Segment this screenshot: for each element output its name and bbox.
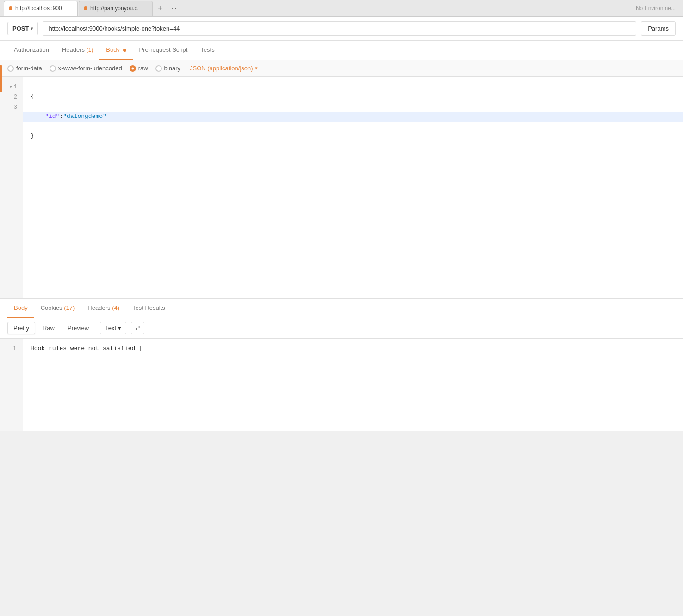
resp-line-numbers: 1 bbox=[0, 339, 23, 431]
radio-raw[interactable] bbox=[130, 65, 136, 72]
tab-pre-request[interactable]: Pre-request Script bbox=[133, 41, 194, 60]
response-toolbar: Pretty Raw Preview Text ▾ ⇄ bbox=[0, 318, 683, 339]
option-form-data[interactable]: form-data bbox=[7, 65, 42, 72]
params-button[interactable]: Params bbox=[641, 21, 676, 36]
option-binary[interactable]: binary bbox=[155, 65, 180, 72]
resp-tab-test-results[interactable]: Test Results bbox=[126, 299, 172, 318]
editor-content[interactable]: { "id":"dalongdemo" } bbox=[23, 77, 683, 298]
radio-urlencoded[interactable] bbox=[50, 65, 56, 72]
resp-tab-body[interactable]: Body bbox=[7, 299, 34, 318]
resp-tab-headers[interactable]: Headers (4) bbox=[81, 299, 126, 318]
request-tabs: Authorization Headers (1) Body Pre-reque… bbox=[0, 41, 683, 60]
resp-text-line-1: Hook rules were not satisfied. bbox=[31, 345, 143, 352]
tab-headers[interactable]: Headers (1) bbox=[56, 41, 99, 60]
tab-dot-1 bbox=[9, 6, 12, 10]
resp-tab-cookies[interactable]: Cookies (17) bbox=[34, 299, 81, 318]
resp-line-number-1: 1 bbox=[4, 344, 19, 354]
url-bar: POST ▾ Params bbox=[0, 17, 683, 41]
wrap-lines-icon: ⇄ bbox=[135, 325, 140, 332]
code-line-2: "id":"dalongdemo" bbox=[23, 112, 683, 122]
sidebar-indicator bbox=[0, 65, 2, 92]
tab-label-1: http://localhost:900 bbox=[15, 5, 62, 12]
json-format-label: JSON (application/json) bbox=[190, 65, 253, 72]
format-label: Text bbox=[105, 325, 116, 332]
more-tabs-button[interactable]: ··· bbox=[168, 2, 180, 15]
pretty-button[interactable]: Pretty bbox=[7, 322, 35, 334]
tab-dot-2 bbox=[84, 6, 87, 10]
editor-line-numbers: ▼ 1 2 3 bbox=[0, 77, 23, 298]
response-tabs: Body Cookies (17) Headers (4) Test Resul… bbox=[0, 299, 683, 318]
browser-tab-bar: http://localhost:900 http://pan.yonyou.c… bbox=[0, 0, 683, 17]
headers-badge: (1) bbox=[87, 47, 93, 53]
line-number-1: ▼ 1 bbox=[4, 82, 19, 92]
option-urlencoded[interactable]: x-www-form-urlencoded bbox=[50, 65, 122, 72]
line-number-3: 3 bbox=[4, 103, 19, 113]
preview-button[interactable]: Preview bbox=[62, 322, 94, 334]
radio-form-data[interactable] bbox=[7, 65, 14, 72]
code-line-1: { bbox=[31, 92, 676, 102]
raw-button[interactable]: Raw bbox=[37, 322, 60, 334]
format-select[interactable]: Text ▾ bbox=[100, 322, 126, 334]
json-format-chevron-icon: ▾ bbox=[255, 65, 258, 71]
tab-authorization[interactable]: Authorization bbox=[7, 41, 56, 60]
method-label: POST bbox=[12, 25, 29, 32]
method-chevron-icon: ▾ bbox=[31, 26, 33, 31]
main-container: POST ▾ Params Authorization Headers (1) … bbox=[0, 17, 683, 431]
tab-label-2: http://pan.yonyou.c. bbox=[90, 5, 139, 12]
collapse-arrow-icon[interactable]: ▼ bbox=[9, 84, 12, 91]
resp-headers-badge: (4) bbox=[112, 304, 119, 311]
new-tab-button[interactable]: + bbox=[154, 2, 167, 15]
wrap-lines-button[interactable]: ⇄ bbox=[131, 322, 144, 334]
resp-content: Hook rules were not satisfied. bbox=[23, 339, 683, 431]
response-body: 1 Hook rules were not satisfied. bbox=[0, 339, 683, 431]
tab-pan-yonyou[interactable]: http://pan.yonyou.c. bbox=[79, 1, 153, 16]
tab-tests[interactable]: Tests bbox=[194, 41, 221, 60]
line-number-2: 2 bbox=[4, 92, 19, 103]
json-format-select[interactable]: JSON (application/json) ▾ bbox=[190, 65, 258, 72]
code-line-3: } bbox=[31, 131, 676, 142]
no-environment-label: No Environme... bbox=[636, 5, 679, 12]
tab-localhost[interactable]: http://localhost:900 bbox=[4, 1, 78, 16]
response-section: Body Cookies (17) Headers (4) Test Resul… bbox=[0, 299, 683, 431]
option-raw[interactable]: raw bbox=[130, 65, 148, 72]
body-dot-badge bbox=[123, 49, 126, 52]
format-chevron-icon: ▾ bbox=[118, 325, 121, 332]
cookies-badge: (17) bbox=[64, 304, 75, 311]
code-editor: ▼ 1 2 3 { "id":"dalongdemo" } bbox=[0, 77, 683, 299]
url-input[interactable] bbox=[43, 21, 636, 36]
radio-binary[interactable] bbox=[155, 65, 162, 72]
tab-body[interactable]: Body bbox=[99, 41, 132, 60]
body-options: form-data x-www-form-urlencoded raw bina… bbox=[0, 60, 683, 77]
method-select[interactable]: POST ▾ bbox=[7, 22, 38, 35]
